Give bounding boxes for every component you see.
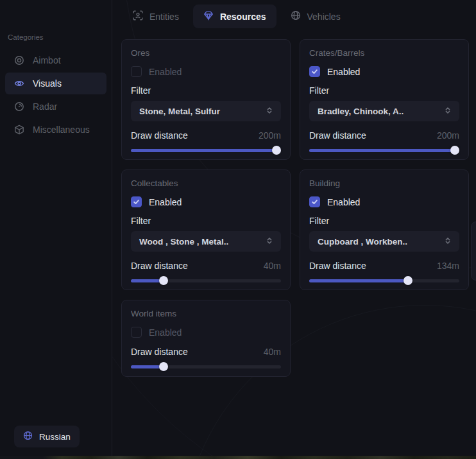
filter-label: Filter (131, 85, 281, 96)
filter-select[interactable]: Cupboard , Workben.. (309, 231, 459, 252)
enabled-checkbox-row[interactable]: Enabled (131, 66, 281, 77)
checkbox[interactable] (309, 66, 320, 77)
checkbox[interactable] (131, 66, 142, 77)
draw-distance-value: 134m (437, 261, 459, 271)
draw-distance-row: Draw distance 40m (131, 261, 281, 271)
enabled-checkbox-row[interactable]: Enabled (131, 196, 281, 207)
sidebar: Categories Aimbot Visuals Radar Miscella… (0, 0, 112, 459)
enabled-label: Enabled (327, 67, 360, 77)
draw-distance-label: Draw distance (131, 130, 188, 141)
sidebar-item-aimbot[interactable]: Aimbot (5, 49, 106, 71)
card-ores: Ores Enabled Filter Stone, Metal, Sulfur… (121, 39, 291, 160)
slider-thumb[interactable] (450, 146, 459, 155)
card-crates-barrels: Crates/Barrels Enabled Filter Bradley, C… (300, 39, 469, 160)
enabled-label: Enabled (149, 327, 182, 338)
checkbox[interactable] (131, 327, 142, 338)
sidebar-item-label: Miscellaneous (33, 125, 90, 135)
slider-thumb[interactable] (404, 276, 412, 285)
unfold-chevron-icon (266, 236, 273, 247)
draw-distance-value: 40m (264, 347, 281, 357)
unfold-chevron-icon (444, 106, 452, 116)
offscreen-card-peek (471, 221, 476, 281)
filter-select[interactable]: Wood , Stone , Metal.. (131, 231, 281, 252)
enabled-label: Enabled (149, 197, 182, 207)
enabled-label: Enabled (327, 197, 360, 207)
draw-distance-label: Draw distance (309, 261, 366, 271)
language-button-label: Russian (39, 432, 71, 442)
unfold-chevron-icon (266, 106, 273, 116)
draw-distance-label: Draw distance (131, 347, 188, 357)
filter-select-value: Bradley, Chinook, A.. (318, 107, 404, 116)
sidebar-item-label: Aimbot (33, 55, 61, 65)
draw-distance-value: 40m (264, 261, 281, 271)
slider-fill (131, 149, 276, 152)
draw-distance-label: Draw distance (131, 261, 188, 271)
draw-distance-row: Draw distance 200m (309, 130, 459, 141)
filter-select[interactable]: Bradley, Chinook, A.. (309, 101, 459, 121)
slider-thumb[interactable] (159, 362, 168, 371)
target-icon (14, 55, 24, 65)
unfold-chevron-icon (444, 236, 452, 247)
filter-select-value: Cupboard , Workben.. (318, 237, 407, 247)
checkbox[interactable] (131, 196, 142, 207)
draw-distance-value: 200m (259, 130, 281, 141)
card-collectables: Collectables Enabled Filter Wood , Stone… (121, 169, 291, 290)
filter-select-value: Wood , Stone , Metal.. (139, 237, 228, 247)
sidebar-item-label: Visuals (33, 78, 62, 89)
slider-fill (309, 279, 408, 282)
checkbox[interactable] (309, 196, 320, 207)
draw-distance-slider[interactable] (131, 146, 281, 155)
filter-select[interactable]: Stone, Metal, Sulfur (131, 101, 281, 121)
filter-label: Filter (131, 216, 281, 226)
card-title: Crates/Barrels (309, 48, 459, 58)
language-button[interactable]: Russian (14, 426, 80, 447)
enabled-checkbox-row[interactable]: Enabled (309, 196, 459, 207)
categories-label: Categories (8, 33, 112, 41)
card-title: World items (131, 309, 281, 318)
globe-icon (23, 431, 33, 442)
sidebar-item-visuals[interactable]: Visuals (5, 73, 106, 94)
draw-distance-label: Draw distance (309, 130, 366, 141)
sidebar-item-radar[interactable]: Radar (5, 96, 106, 117)
card-title: Collectables (131, 178, 281, 188)
draw-distance-row: Draw distance 200m (131, 130, 281, 141)
game-world-edge (0, 456, 476, 459)
card-title: Ores (131, 48, 281, 58)
card-world-items: World items Enabled Draw distance 40m (121, 300, 291, 377)
filter-select-value: Stone, Metal, Sulfur (139, 107, 220, 116)
draw-distance-slider[interactable] (309, 146, 459, 155)
filter-label: Filter (309, 85, 459, 96)
enabled-label: Enabled (149, 67, 182, 77)
draw-distance-slider[interactable] (131, 362, 281, 371)
filter-label: Filter (309, 216, 459, 226)
enabled-checkbox-row[interactable]: Enabled (131, 327, 281, 338)
eye-icon (14, 78, 24, 89)
sidebar-item-label: Radar (33, 101, 57, 112)
draw-distance-slider[interactable] (131, 276, 281, 285)
enabled-checkbox-row[interactable]: Enabled (309, 66, 459, 77)
main-content: Entities Resources Vehicles Ores (112, 0, 476, 459)
slider-fill (309, 149, 455, 152)
draw-distance-value: 200m (437, 130, 459, 141)
draw-distance-slider[interactable] (309, 276, 459, 285)
app-window: Categories Aimbot Visuals Radar Miscella… (0, 0, 476, 459)
cube-icon (14, 125, 24, 135)
slider-thumb[interactable] (272, 146, 281, 155)
draw-distance-row: Draw distance 134m (309, 261, 459, 271)
sidebar-item-miscellaneous[interactable]: Miscellaneous (5, 119, 106, 141)
card-building: Building Enabled Filter Cupboard , Workb… (300, 169, 469, 290)
slider-thumb[interactable] (159, 276, 168, 285)
draw-distance-row: Draw distance 40m (131, 347, 281, 357)
card-title: Building (309, 178, 459, 188)
radar-icon (14, 101, 24, 112)
